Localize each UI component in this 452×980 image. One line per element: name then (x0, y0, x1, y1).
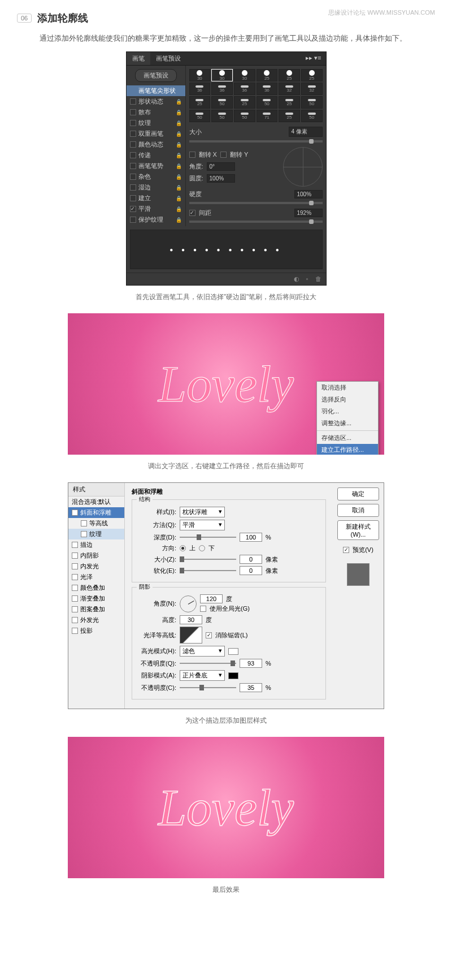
blend-options-row[interactable]: 混合选项:默认 (68, 497, 124, 507)
hardness-slider[interactable] (189, 202, 323, 204)
new-icon[interactable]: ▫ (306, 275, 308, 283)
shadow-opacity-input[interactable]: 35 (240, 683, 262, 692)
brush-tip-swatch[interactable]: 25 (234, 96, 255, 109)
context-menu-item[interactable]: 建立工作路径... (317, 444, 378, 455)
style-row[interactable]: 外发光 (68, 615, 124, 625)
brush-tip-swatch[interactable]: 50 (301, 110, 323, 122)
ok-button[interactable]: 确定 (337, 487, 379, 500)
style-checkbox[interactable] (81, 531, 87, 537)
tab-brush[interactable]: 画笔 (127, 52, 150, 65)
size-input[interactable]: 0 (240, 555, 262, 564)
style-checkbox[interactable] (72, 574, 78, 580)
roundness-input[interactable]: 100% (207, 174, 235, 183)
brush-tip-swatch[interactable]: 50 (234, 110, 255, 122)
global-light-checkbox[interactable] (200, 606, 206, 612)
brush-tip-swatch[interactable]: 25 (279, 110, 300, 122)
style-row[interactable]: 渐变叠加 (68, 593, 124, 604)
style-select[interactable]: 枕状浮雕▾ (180, 507, 225, 517)
option-checkbox[interactable] (130, 184, 136, 191)
depth-input[interactable]: 100 (240, 533, 262, 542)
context-menu-item[interactable]: 选择反向 (317, 394, 378, 405)
brush-tip-swatch[interactable]: 50 (189, 110, 211, 122)
hardness-input[interactable]: 100% (294, 190, 323, 198)
style-checkbox[interactable] (72, 585, 78, 591)
style-row[interactable]: 内阴影 (68, 550, 124, 561)
option-checkbox[interactable] (130, 163, 136, 169)
brush-option-row[interactable]: 湿边🔒 (127, 182, 185, 193)
tab-brush-preset[interactable]: 画笔预设 (150, 52, 186, 65)
style-row[interactable]: 斜面和浮雕 (68, 507, 124, 518)
technique-select[interactable]: 平滑▾ (180, 520, 225, 530)
style-checkbox[interactable] (72, 606, 78, 612)
context-menu-item[interactable]: 存储选区... (317, 432, 378, 444)
spacing-checkbox[interactable] (189, 210, 195, 216)
altitude-input[interactable]: 30 (180, 615, 202, 624)
spacing-input[interactable]: 192% (294, 209, 323, 217)
style-checkbox[interactable] (72, 628, 78, 634)
context-menu-item[interactable]: 取消选择 (317, 382, 378, 394)
option-checkbox[interactable] (130, 141, 136, 148)
brush-tip-swatch[interactable]: 36 (234, 83, 255, 95)
brush-option-row[interactable]: 纹理🔒 (127, 118, 185, 128)
brush-option-row[interactable]: 形状动态🔒 (127, 96, 185, 107)
brush-option-row[interactable]: 散布🔒 (127, 107, 185, 118)
option-checkbox[interactable] (130, 217, 136, 223)
brush-tip-swatch[interactable]: 50 (301, 96, 323, 109)
angle-dial[interactable] (180, 595, 197, 612)
highlight-opacity-slider[interactable] (180, 663, 236, 664)
style-row[interactable]: 投影 (68, 625, 124, 636)
highlight-mode-select[interactable]: 滤色▾ (180, 646, 225, 657)
dir-down-radio[interactable] (199, 545, 205, 551)
brush-tip-swatch[interactable]: 50 (211, 110, 233, 122)
brush-tip-swatch[interactable]: 25 (301, 69, 323, 81)
new-style-button[interactable]: 新建样式(W)... (337, 520, 379, 540)
brush-tip-swatch[interactable]: 25 (279, 69, 300, 81)
option-checkbox[interactable] (130, 174, 136, 180)
option-checkbox[interactable] (130, 152, 136, 158)
brush-option-row[interactable]: 杂色🔒 (127, 171, 185, 182)
flip-x-checkbox[interactable] (189, 152, 195, 158)
style-row[interactable]: 光泽 (68, 572, 124, 582)
style-row[interactable]: 等高线 (68, 518, 124, 529)
option-checkbox[interactable] (130, 206, 136, 212)
style-row[interactable]: 描边 (68, 539, 124, 550)
brush-option-row[interactable]: 建立🔒 (127, 193, 185, 204)
style-row[interactable]: 图案叠加 (68, 604, 124, 615)
brush-tip-swatch[interactable]: 30 (189, 69, 211, 81)
context-menu-item[interactable]: 调整边缘... (317, 417, 378, 429)
brush-option-row[interactable]: 双重画笔🔒 (127, 128, 185, 139)
toggle-icon[interactable]: ◐ (294, 275, 299, 283)
style-checkbox[interactable] (72, 542, 78, 548)
angle-input[interactable]: 0° (207, 162, 235, 171)
shadow-color-swatch[interactable] (228, 672, 238, 679)
brush-tip-swatch[interactable]: 50 (257, 96, 278, 109)
brush-tip-swatch[interactable]: 36 (189, 83, 211, 95)
soften-slider[interactable] (180, 570, 236, 571)
brush-tip-swatch[interactable]: 36 (257, 83, 278, 95)
brush-preset-button[interactable]: 画笔预设 (135, 69, 177, 82)
brush-option-row[interactable]: 画笔笔尖形状 (127, 85, 185, 96)
style-checkbox[interactable] (72, 510, 78, 516)
shadow-opacity-slider[interactable] (180, 687, 236, 688)
shadow-mode-select[interactable]: 正片叠底▾ (180, 670, 225, 681)
option-checkbox[interactable] (130, 98, 136, 105)
brush-tip-swatch[interactable]: 36 (211, 83, 233, 95)
context-menu-item[interactable]: 羽化... (317, 405, 378, 417)
flip-y-checkbox[interactable] (220, 152, 227, 158)
style-checkbox[interactable] (72, 563, 78, 569)
angle-input[interactable]: 120 (200, 594, 223, 603)
style-row[interactable]: 内发光 (68, 561, 124, 572)
highlight-opacity-input[interactable]: 93 (240, 659, 262, 668)
antialias-checkbox[interactable] (206, 632, 212, 638)
brush-tip-swatch[interactable]: 71 (257, 110, 278, 122)
style-checkbox[interactable] (72, 552, 78, 559)
trash-icon[interactable]: 🗑 (315, 275, 321, 283)
style-row[interactable]: 颜色叠加 (68, 582, 124, 593)
brush-option-row[interactable]: 传递🔒 (127, 150, 185, 161)
brush-tip-swatch[interactable]: 25 (189, 96, 211, 109)
option-checkbox[interactable] (130, 131, 136, 137)
style-checkbox[interactable] (72, 595, 78, 602)
brush-tip-swatch[interactable]: 32 (301, 83, 323, 95)
highlight-color-swatch[interactable] (228, 648, 238, 655)
brush-tip-swatch[interactable]: 30 (211, 69, 233, 81)
